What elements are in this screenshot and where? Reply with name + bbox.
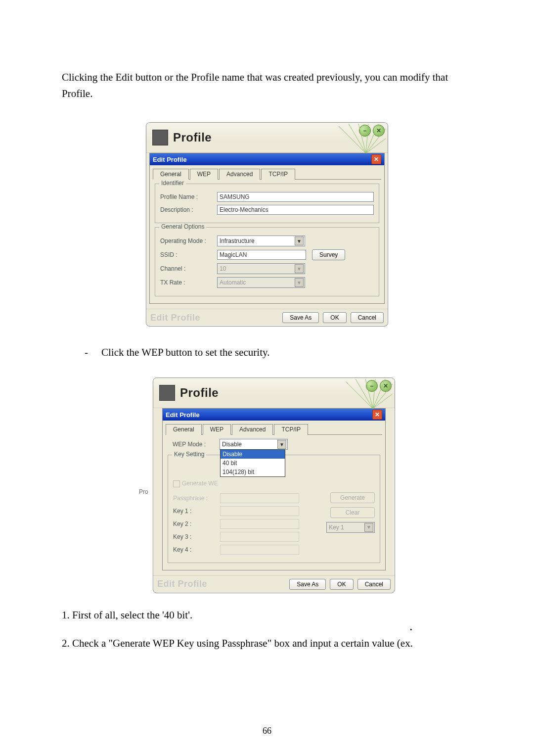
identifier-legend: Identifier [159, 180, 186, 187]
channel-label: Channel : [160, 265, 217, 272]
checkbox-icon [173, 480, 180, 487]
ok-button[interactable]: OK [330, 579, 353, 590]
txrate-value: Automatic [220, 279, 246, 286]
tab-advanced[interactable]: Advanced [232, 424, 273, 435]
txrate-label: TX Rate : [160, 279, 217, 286]
channel-select: 10 ▼ [217, 263, 305, 274]
cancel-button[interactable]: Cancel [351, 312, 384, 323]
tab-tcpip[interactable]: TCP/IP [274, 424, 308, 435]
description-input[interactable] [217, 205, 374, 215]
key4-label: Key 4 : [173, 546, 220, 553]
bullet-dash: - [85, 346, 101, 359]
clear-button: Clear [330, 507, 375, 518]
banner-title: Profile [173, 131, 212, 144]
key1-input [220, 506, 299, 516]
channel-value: 10 [220, 265, 226, 272]
generate-checkbox-label: Generate WE [173, 480, 220, 487]
screenshot-2: Profile – ✕ [153, 378, 395, 593]
svg-line-6 [366, 139, 386, 153]
chevron-down-icon: ▼ [295, 264, 304, 273]
key4-input [220, 545, 299, 555]
tab-general[interactable]: General [166, 424, 202, 435]
txrate-select: Automatic ▼ [217, 277, 305, 288]
key3-input [220, 532, 299, 542]
key-select-value: Key 1 [329, 524, 344, 531]
dialog-title: Edit Profile [166, 411, 200, 419]
save-as-button[interactable]: Save As [282, 312, 319, 323]
passphrase-input [220, 493, 299, 503]
operating-mode-select[interactable]: Infrastructure ▼ [217, 236, 305, 246]
footer-brand: Edit Profile [157, 579, 207, 589]
key2-label: Key 2 : [173, 520, 220, 527]
numbered-step-2: 2. Check a "Generate WEP Key using Passp… [62, 637, 472, 650]
ok-button[interactable]: OK [323, 312, 346, 323]
wep-mode-label: WEP Mode : [173, 441, 220, 448]
dialog-title: Edit Profile [153, 156, 187, 163]
minimize-icon[interactable]: – [366, 380, 378, 392]
profile-name-input[interactable] [217, 192, 374, 202]
chevron-down-icon: ▼ [277, 440, 286, 449]
chevron-down-icon: ▼ [295, 278, 304, 287]
key-select: Key 1 ▼ [326, 522, 375, 533]
tab-wep[interactable]: WEP [203, 424, 231, 435]
operating-mode-label: Operating Mode : [160, 237, 217, 244]
footer-brand: Edit Profile [150, 313, 200, 323]
save-as-button[interactable]: Save As [289, 579, 326, 590]
tab-general[interactable]: General [153, 169, 189, 180]
cancel-button[interactable]: Cancel [357, 579, 391, 590]
profile-name-label: Profile Name : [160, 193, 217, 200]
generate-button: Generate [330, 492, 375, 503]
chevron-down-icon: ▼ [364, 523, 373, 532]
trailing-period: . [409, 619, 413, 634]
close-icon[interactable]: ✕ [372, 410, 382, 420]
screenshot-1: Profile – ✕ Edit Profile ✕ [146, 122, 388, 327]
tab-tcpip[interactable]: TCP/IP [261, 169, 295, 180]
app-logo-icon [152, 130, 168, 145]
side-label-pr: Pro [139, 488, 148, 495]
wep-mode-options: Disable 40 bit 104(128) bit [220, 449, 285, 477]
key-setting-legend: Key Setting [172, 451, 206, 458]
wep-option-104bit[interactable]: 104(128) bit [221, 468, 285, 476]
passphrase-label: Passphrase : [173, 495, 220, 502]
wep-option-40bit[interactable]: 40 bit [221, 459, 285, 468]
app-logo-icon [159, 385, 175, 401]
page-number: 66 [0, 726, 534, 736]
tab-wep[interactable]: WEP [190, 169, 218, 180]
wep-mode-value: Disable [222, 441, 242, 448]
close-banner-icon[interactable]: ✕ [380, 380, 392, 392]
intro-paragraph: Clicking the Edit button or the Profile … [62, 69, 472, 101]
tab-advanced[interactable]: Advanced [219, 169, 260, 180]
minimize-icon[interactable]: – [359, 125, 371, 137]
wep-mode-select[interactable]: Disable ▼ Disable 40 bit 104(128) bit [220, 439, 288, 450]
close-banner-icon[interactable]: ✕ [373, 125, 385, 137]
banner-title: Profile [180, 386, 219, 400]
survey-button[interactable]: Survey [312, 249, 345, 260]
ssid-label: SSID : [160, 251, 217, 258]
description-label: Description : [160, 206, 217, 213]
svg-line-13 [373, 394, 393, 409]
ssid-input[interactable] [217, 250, 306, 260]
close-icon[interactable]: ✕ [371, 154, 381, 164]
bullet-text: Click the WEP button to set the security… [101, 346, 269, 359]
operating-mode-value: Infrastructure [220, 237, 255, 244]
wep-option-disable[interactable]: Disable [221, 450, 285, 459]
chevron-down-icon: ▼ [295, 236, 304, 245]
key3-label: Key 3 : [173, 533, 220, 540]
general-options-legend: General Options [159, 223, 206, 230]
key2-input [220, 519, 299, 529]
key1-label: Key 1 : [173, 508, 220, 515]
